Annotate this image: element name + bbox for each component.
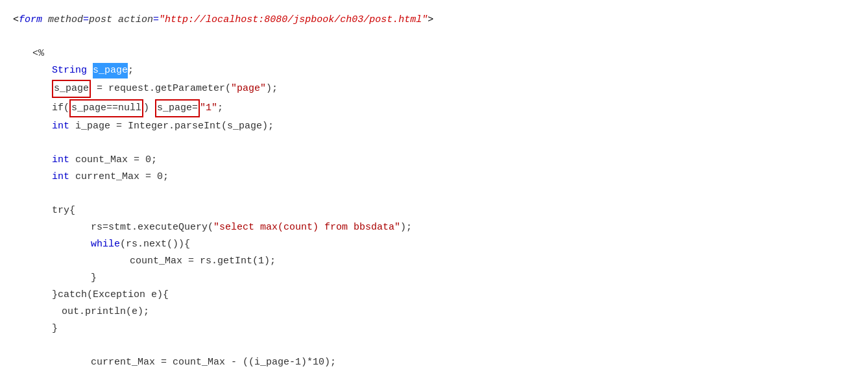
line-while-close: }	[13, 270, 855, 287]
if-keyword: if(	[52, 101, 69, 116]
int-keyword-2: int	[52, 152, 69, 168]
form-equals2: =	[153, 12, 159, 28]
out-println: out.println(e);	[62, 304, 149, 320]
form-tag-name: form	[19, 12, 48, 28]
form-method-val: post	[89, 12, 118, 28]
semicolon-1: ;	[128, 63, 134, 78]
spage-assign-box: s_page=	[155, 99, 200, 117]
form-open-bracket: <	[13, 12, 19, 28]
form-tag-line: <form method=post action="http://localho…	[13, 12, 855, 29]
one-string: "1"	[200, 101, 217, 116]
page-string: "page"	[231, 81, 266, 97]
keyword-string: String	[52, 63, 93, 78]
code-container: <form method=post action="http://localho…	[13, 6, 855, 384]
while-close-brace: }	[91, 270, 97, 286]
line-ipage: int i_page = Integer.parseInt(s_page);	[13, 118, 855, 135]
query-string: "select max(count) from bbsdata"	[213, 220, 400, 235]
line-while: while(rs.next()){	[13, 236, 855, 253]
line-catch: }catch(Exception e){	[13, 287, 855, 304]
while-cond: (rs.next()){	[120, 237, 190, 252]
catch-keyword: }catch(Exception e){	[52, 287, 169, 303]
blank-line-1	[13, 29, 855, 45]
line-try: try{	[13, 202, 855, 219]
blank-line-3	[13, 186, 855, 202]
spage-highlighted: s_page	[93, 63, 128, 78]
line-spage-assign: s_page = request.getParameter("page");	[13, 79, 855, 99]
line-try-close: }	[13, 320, 855, 337]
rs-stmt: rs=stmt.executeQuery(	[91, 220, 213, 235]
line-println: out.println(e);	[13, 304, 855, 320]
spage-box: s_page	[52, 80, 91, 98]
close-paren-semi: );	[266, 81, 278, 97]
assign-request: = request.getParameter(	[91, 81, 231, 97]
int-keyword-3: int	[52, 169, 69, 185]
count-max-rest: count_Max = 0;	[69, 152, 157, 168]
line-string-spage: String s_page;	[13, 62, 855, 79]
if-semi: ;	[217, 101, 223, 116]
ipage-rest: i_page = Integer.parseInt(s_page);	[69, 119, 274, 134]
line-execute-query: rs=stmt.executeQuery("select max(count) …	[13, 219, 855, 236]
line-count-max-assign: count_Max = rs.getInt(1);	[13, 253, 855, 270]
count-max-assign: count_Max = rs.getInt(1);	[130, 254, 276, 269]
current-max-calc: current_Max = count_Max - ((i_page-1)*10…	[91, 355, 336, 370]
current-max-rest: current_Max = 0;	[69, 169, 169, 185]
blank-line-4	[13, 337, 855, 354]
line-if-spage: if(s_page==null) s_page="1";	[13, 99, 855, 118]
spage-null-box: s_page==null	[69, 99, 143, 117]
line-current-max: int current_Max = 0;	[13, 169, 855, 186]
form-equals1: =	[83, 12, 89, 28]
int-keyword-1: int	[52, 119, 69, 134]
form-action-attr: action	[118, 12, 153, 28]
line-count-max: int count_Max = 0;	[13, 152, 855, 169]
jsp-open-tag: <%	[13, 45, 855, 62]
if-close-paren: )	[143, 101, 149, 116]
blank-line-5	[13, 371, 855, 384]
space-1	[149, 101, 155, 116]
form-method-attr: method	[48, 12, 83, 28]
form-close-bracket: >	[428, 12, 433, 28]
exec-close: );	[400, 220, 412, 235]
form-action-val: "http://localhost:8080/jspbook/ch03/post…	[159, 12, 428, 28]
blank-line-2	[13, 135, 855, 152]
while-keyword: while	[91, 237, 120, 252]
try-close-brace: }	[52, 321, 58, 337]
line-current-max-assign: current_Max = count_Max - ((i_page-1)*10…	[13, 354, 855, 371]
try-keyword: try{	[52, 203, 75, 219]
